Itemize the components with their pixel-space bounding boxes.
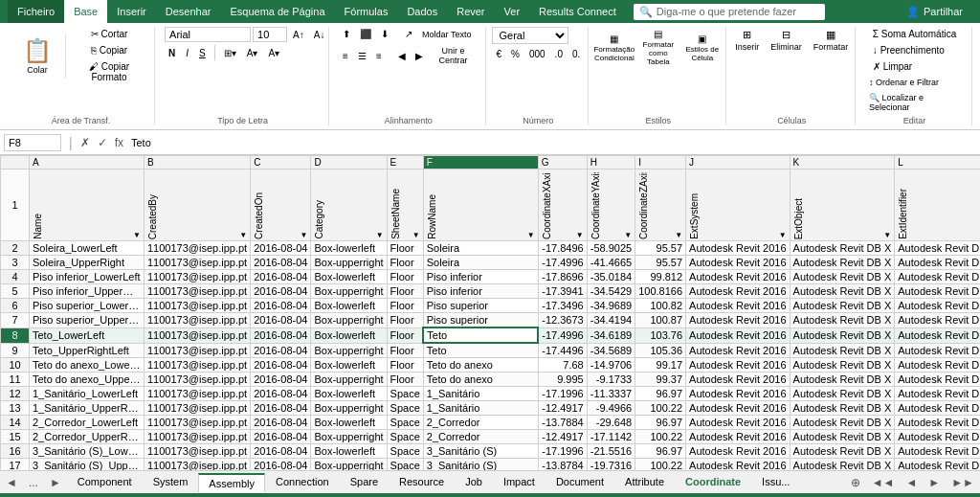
- cell-A14[interactable]: 2_Corredor_LowerLeft: [30, 416, 145, 430]
- cell-K12[interactable]: Autodesk Revit DB X: [790, 387, 895, 401]
- cell-A7[interactable]: Piso superior_UpperRightLeft: [30, 313, 145, 328]
- row-header-6[interactable]: 6: [1, 299, 30, 313]
- indent-inc-button[interactable]: ▶: [412, 49, 427, 63]
- fill-color-button[interactable]: A▾: [243, 46, 262, 60]
- dec-decrease-button[interactable]: 0.: [568, 47, 584, 61]
- cell-E4[interactable]: Floor: [387, 270, 423, 284]
- tab-results-connect[interactable]: Results Connect: [529, 0, 626, 23]
- cell-styles-button[interactable]: ▣Estilos de Célula: [681, 32, 724, 64]
- cell-K8[interactable]: Autodesk Revit DB X: [790, 328, 895, 343]
- cell-F3[interactable]: Soleira: [423, 256, 538, 270]
- row-header-14[interactable]: 14: [1, 416, 30, 430]
- paste-button[interactable]: 📋 Colar: [15, 34, 59, 79]
- cell-L16[interactable]: Autodesk Revit DB: [895, 444, 980, 459]
- cell-F14[interactable]: 2_Corredor: [423, 416, 538, 430]
- cell-E14[interactable]: Space: [387, 416, 423, 430]
- cell-G3[interactable]: -17.4996: [538, 256, 587, 270]
- tab-formulas[interactable]: Fórmulas: [335, 0, 398, 23]
- cell-D11[interactable]: Box-upperright: [311, 373, 387, 387]
- cell-D12[interactable]: Box-lowerleft: [311, 387, 387, 401]
- spreadsheet[interactable]: A B C D E F G H I J K L 1 Name ▼: [0, 155, 980, 470]
- cell-J9[interactable]: Autodesk Revit 2016: [686, 343, 791, 358]
- cell-L12[interactable]: Autodesk Revit DB: [895, 387, 980, 401]
- cell-G16[interactable]: -17.1996: [538, 444, 587, 459]
- align-left-button[interactable]: ≡: [339, 49, 352, 63]
- cell-K11[interactable]: Autodesk Revit DB X: [790, 373, 895, 387]
- cell-H5[interactable]: -34.5429: [587, 284, 635, 299]
- cell-L15[interactable]: Autodesk Revit DB: [895, 430, 980, 444]
- cell-B5[interactable]: 1100173@isep.ipp.pt: [145, 284, 251, 299]
- cell-E3[interactable]: Floor: [387, 256, 423, 270]
- cell-E8[interactable]: Floor: [387, 328, 423, 343]
- tab-attribute[interactable]: Attribute: [614, 473, 675, 491]
- cell-D15[interactable]: Box-upperright: [311, 430, 387, 444]
- cell-I7[interactable]: 100.87: [635, 313, 686, 328]
- cell-A15[interactable]: 2_Corredor_UpperRightLeft: [30, 430, 145, 444]
- row-header-5[interactable]: 5: [1, 284, 30, 299]
- cell-H10[interactable]: -14.9706: [587, 358, 635, 373]
- tab-job[interactable]: Job: [455, 473, 493, 491]
- sort-filter-button[interactable]: ↕ Ordenar e Filtrar: [865, 76, 964, 89]
- cell-E7[interactable]: Floor: [387, 313, 423, 328]
- cell-D7[interactable]: Box-upperright: [311, 313, 387, 328]
- cell-K14[interactable]: Autodesk Revit DB X: [790, 416, 895, 430]
- align-bottom-button[interactable]: ⬇: [377, 27, 392, 41]
- cell-D8[interactable]: Box-lowerleft: [311, 328, 387, 343]
- cancel-formula-icon[interactable]: ✗: [77, 135, 94, 150]
- cell-A12[interactable]: 1_Sanitário_LowerLeft: [30, 387, 145, 401]
- cell-I10[interactable]: 99.17: [635, 358, 686, 373]
- col-header-K[interactable]: K: [790, 156, 895, 169]
- cell-G2[interactable]: -17.8496: [538, 241, 587, 256]
- cell-B7[interactable]: 1100173@isep.ipp.pt: [145, 313, 251, 328]
- border-button[interactable]: ⊞▾: [220, 46, 240, 60]
- cut-button[interactable]: ✂ Cortar: [72, 27, 146, 41]
- cell-C12[interactable]: 2016-08-04: [251, 387, 311, 401]
- cell-C4[interactable]: 2016-08-04: [251, 270, 311, 284]
- cell-F9[interactable]: Teto: [423, 343, 538, 358]
- tab-component[interactable]: Component: [67, 473, 143, 491]
- cell-C13[interactable]: 2016-08-04: [251, 401, 311, 416]
- font-name-input[interactable]: [165, 27, 251, 42]
- cell-H6[interactable]: -34.9689: [587, 299, 635, 313]
- cell-B14[interactable]: 1100173@isep.ipp.pt: [145, 416, 251, 430]
- cell-C15[interactable]: 2016-08-04: [251, 430, 311, 444]
- cell-J17[interactable]: Autodesk Revit 2016: [686, 459, 791, 471]
- cell-K17[interactable]: Autodesk Revit DB X: [790, 459, 895, 471]
- cell-H12[interactable]: -11.3337: [587, 387, 635, 401]
- delete-button[interactable]: ⊟Eliminar: [767, 27, 806, 54]
- cell-K4[interactable]: Autodesk Revit DB X: [790, 270, 895, 284]
- cell-C5[interactable]: 2016-08-04: [251, 284, 311, 299]
- cell-F15[interactable]: 2_Corredor: [423, 430, 538, 444]
- search-bar[interactable]: 🔍 Diga-me o que pretende fazer: [634, 4, 825, 20]
- tab-rever[interactable]: Rever: [447, 0, 494, 23]
- tab-scroll-far-right[interactable]: ►►: [946, 474, 980, 491]
- cell-G6[interactable]: -17.3496: [538, 299, 587, 313]
- confirm-formula-icon[interactable]: ✓: [94, 135, 111, 150]
- cell-B11[interactable]: 1100173@isep.ipp.pt: [145, 373, 251, 387]
- cell-J13[interactable]: Autodesk Revit 2016: [686, 401, 791, 416]
- align-center-button[interactable]: ☰: [354, 49, 370, 63]
- cell-L13[interactable]: Autodesk Revit DB: [895, 401, 980, 416]
- tab-system[interactable]: System: [143, 473, 199, 491]
- align-top-button[interactable]: ⬆: [339, 27, 354, 41]
- cell-H13[interactable]: -9.4966: [587, 401, 635, 416]
- tab-scroll-right[interactable]: ►: [44, 474, 67, 491]
- cell-I2[interactable]: 95.57: [635, 241, 686, 256]
- cell-L7[interactable]: Autodesk Revit DB: [895, 313, 980, 328]
- cell-F11[interactable]: Teto do anexo: [423, 373, 538, 387]
- cell-A6[interactable]: Piso superior_LowerLeft: [30, 299, 145, 313]
- col-header-F[interactable]: F: [423, 156, 538, 169]
- cell-G14[interactable]: -13.7884: [538, 416, 587, 430]
- cell-L9[interactable]: Autodesk Revit DB: [895, 343, 980, 358]
- cell-H11[interactable]: -9.1733: [587, 373, 635, 387]
- cell-A9[interactable]: Teto_UpperRightLeft: [30, 343, 145, 358]
- comma-button[interactable]: 000: [525, 47, 549, 61]
- cell-E17[interactable]: Space: [387, 459, 423, 471]
- cell-J11[interactable]: Autodesk Revit 2016: [686, 373, 791, 387]
- col-header-J[interactable]: J: [686, 156, 791, 169]
- cell-K2[interactable]: Autodesk Revit DB X: [790, 241, 895, 256]
- cell-L3[interactable]: Autodesk Revit DB: [895, 256, 980, 270]
- tab-scroll-next[interactable]: ►: [923, 474, 946, 491]
- cell-B16[interactable]: 1100173@isep.ipp.pt: [145, 444, 251, 459]
- currency-button[interactable]: €: [492, 47, 505, 61]
